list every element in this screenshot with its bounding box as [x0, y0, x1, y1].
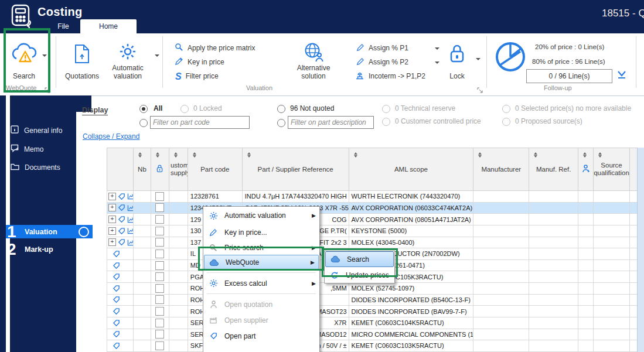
row-checkbox[interactable]: [155, 227, 164, 235]
sort-icon[interactable]: [583, 151, 587, 157]
row-checkbox[interactable]: [155, 203, 164, 212]
header-manufacturer[interactable]: Manufacturer: [473, 148, 529, 191]
header-lock[interactable]: [151, 148, 169, 191]
expand-row-icon[interactable]: +: [108, 204, 116, 211]
header-manuf-ref[interactable]: Manuf. Ref.: [529, 148, 578, 191]
table-row[interactable]: SER(50MASOD12MICRO COMMERCIAL COMPONENTS…: [107, 329, 637, 341]
automatic-valuation-caret[interactable]: [155, 54, 159, 59]
row-checkbox[interactable]: [155, 307, 164, 316]
sort-icon[interactable]: [247, 151, 251, 157]
radio-technical-reserve[interactable]: [382, 105, 390, 113]
table-row[interactable]: +130ROUGE P.TR(KEYSTONE (5000): [107, 225, 637, 237]
tab-home[interactable]: Home: [80, 19, 137, 33]
incoterm-button[interactable]: Incoterm -> P1,P2: [355, 70, 425, 82]
part-tag-icon[interactable]: [113, 330, 120, 338]
assign-p2-button[interactable]: Assign % P2: [356, 56, 408, 68]
menu-item-excess-calcul[interactable]: Excess calcul▶: [203, 275, 319, 291]
radio-filter-part-code[interactable]: [139, 119, 148, 127]
radio-selected-no-more[interactable]: [502, 105, 510, 113]
expand-row-icon[interactable]: +: [108, 227, 116, 235]
table-row[interactable]: SKF(0n / 50V / ±KEMET (C0603C103K5RACTU): [107, 340, 637, 352]
row-checkbox[interactable]: [155, 192, 164, 201]
filter-part-description-input[interactable]: [288, 116, 374, 129]
part-tag-icon[interactable]: [113, 285, 120, 292]
lock-button[interactable]: Lock: [439, 38, 475, 86]
price-history-icon[interactable]: [127, 193, 134, 200]
table-row[interactable]: +137ROFIT 2x2 3MOLEX (43045-0400): [107, 237, 637, 249]
radio-all[interactable]: [139, 105, 148, 113]
radio-locked[interactable]: [180, 105, 189, 113]
ribbon-search-button[interactable]: Search: [5, 38, 43, 86]
part-tag-icon[interactable]: [118, 204, 125, 211]
search-dropdown-caret[interactable]: [42, 54, 47, 59]
filter-part-code-input[interactable]: [150, 116, 250, 129]
part-tag-icon[interactable]: [118, 216, 125, 223]
row-checkbox[interactable]: [155, 250, 164, 258]
part-tag-icon[interactable]: [113, 342, 120, 350]
assign-p1-button[interactable]: Assign % P1: [356, 42, 408, 54]
row-checkbox[interactable]: [155, 319, 164, 327]
menu-item-automatic-valuation[interactable]: Automatic valuation▶: [203, 207, 319, 224]
vertical-scrollbar[interactable]: [637, 148, 644, 352]
header-part-supplier-reference[interactable]: Part / Supplier Reference: [243, 148, 349, 191]
menu-item-webquote[interactable]: WebQuote▶: [204, 255, 319, 270]
followup-counter[interactable]: 0 / 96 Line(s): [526, 69, 612, 83]
price-history-icon[interactable]: [127, 239, 134, 246]
table-row[interactable]: +129COGAVX CORPORATION (08051A471JAT2A): [107, 214, 637, 225]
sidebar-step-valuation[interactable]: 1 Valuation: [6, 225, 93, 238]
row-checkbox[interactable]: [155, 261, 164, 270]
header-buyer[interactable]: [578, 148, 594, 191]
sort-icon[interactable]: [598, 151, 602, 157]
row-checkbox[interactable]: [155, 215, 164, 224]
row-checkbox[interactable]: [155, 330, 164, 339]
assign-p1-caret[interactable]: [435, 47, 439, 52]
part-tag-icon[interactable]: [113, 250, 120, 258]
sidebar-item-documents[interactable]: Documents: [11, 163, 60, 172]
table-row[interactable]: +12328761INDU 4.7μH 17A7443320470 HIGH C…: [107, 191, 637, 203]
part-tag-icon[interactable]: [113, 262, 120, 269]
price-history-icon[interactable]: [127, 216, 134, 223]
header-source-qualification[interactable]: Source qualification: [594, 148, 630, 191]
header-part-code[interactable]: Part code: [188, 148, 243, 191]
row-checkbox[interactable]: [155, 284, 164, 293]
part-tag-icon[interactable]: [113, 296, 120, 303]
part-tag-icon[interactable]: [118, 227, 125, 235]
ribbon-automatic-valuation-button[interactable]: Automatic valuation: [105, 38, 150, 86]
sidebar-item-memo[interactable]: Memo: [11, 144, 43, 154]
menu-item-key-in-price[interactable]: Key in price...: [203, 224, 319, 240]
part-tag-icon[interactable]: [118, 238, 125, 246]
header-customer-supply[interactable]: ustome supply: [169, 148, 188, 191]
price-history-icon[interactable]: [127, 227, 134, 234]
row-checkbox[interactable]: [155, 238, 164, 247]
sort-icon[interactable]: [193, 151, 197, 157]
valuation-dialog-launcher-icon[interactable]: [477, 85, 483, 91]
row-checkbox[interactable]: [155, 272, 164, 281]
sort-icon[interactable]: [156, 151, 160, 157]
expand-row-icon[interactable]: +: [108, 216, 116, 223]
key-in-price-button[interactable]: Key in price: [175, 56, 224, 68]
table-row[interactable]: ROH,5MMMOLEX (52745-1097): [107, 283, 637, 295]
sidebar-step-markup[interactable]: 2 Mark-up: [6, 242, 93, 256]
menu-item-price-search[interactable]: Price search▶: [203, 240, 319, 255]
price-history-icon[interactable]: [127, 204, 134, 211]
apply-price-matrix-button[interactable]: Apply the price matrix: [175, 42, 255, 54]
radio-proposed-sources[interactable]: [502, 118, 510, 126]
sort-icon[interactable]: [138, 151, 142, 157]
sort-icon[interactable]: [174, 151, 178, 157]
filter-price-button[interactable]: S Filter price: [175, 70, 219, 82]
table-row[interactable]: +12346452SVFCAP 470NF 25V 10% 0603 X7R -…: [107, 203, 637, 214]
menu-item-update-prices[interactable]: Update prices: [325, 267, 394, 283]
assign-p2-caret[interactable]: [435, 61, 439, 66]
menu-item-search[interactable]: Search: [325, 251, 394, 267]
expand-down-icon[interactable]: [616, 70, 627, 82]
header-nb[interactable]: Nb: [134, 148, 151, 191]
ribbon-quotations-button[interactable]: Quotations: [61, 38, 103, 86]
table-row[interactable]: ROHDIODES INCORPORATED (B540C-13-F): [107, 295, 637, 306]
tab-file[interactable]: File: [47, 19, 80, 33]
alternative-solution-button[interactable]: Alternative solution: [291, 38, 336, 86]
sort-icon[interactable]: [354, 151, 358, 157]
header-aml-scope[interactable]: AML scope: [349, 148, 474, 191]
part-tag-icon[interactable]: [113, 319, 120, 327]
row-checkbox[interactable]: [155, 341, 164, 350]
collapse-expand-link[interactable]: Collapse / Expand: [83, 132, 139, 141]
